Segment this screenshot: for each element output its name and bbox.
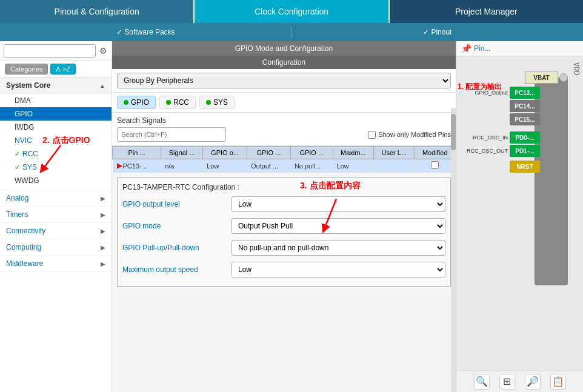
cell-modified — [415, 159, 456, 173]
gpio-tab-gpio[interactable]: GPIO — [117, 96, 156, 109]
gpio-dot — [124, 100, 128, 105]
section-middleware[interactable]: Middleware ▶ — [0, 256, 112, 272]
field-output-level-select[interactable]: Low — [232, 196, 445, 212]
table-row[interactable]: ▶ PC13-... n/a Low Output ... — [113, 159, 456, 173]
col-gpio-output: GPIO o... — [203, 147, 247, 159]
chevron-right-icon-conn: ▶ — [101, 228, 105, 234]
chevron-right-icon-comp: ▶ — [101, 244, 105, 251]
search-signals-label: Search Signals — [117, 116, 451, 125]
sidebar-item-gpio[interactable]: GPIO — [0, 107, 112, 121]
pin-pd0[interactable]: PD0-... — [510, 131, 540, 144]
settings-icon[interactable]: ⚙ — [98, 45, 108, 57]
sidebar-item-wwdg[interactable]: WWDG — [0, 174, 112, 187]
sidebar-item-iwdg[interactable]: IWDG — [0, 121, 112, 134]
right-panel: 📌 Pin... VDD VBAT — [456, 41, 583, 392]
sys-dot — [206, 100, 211, 105]
zoom-in-icon: 🔍 — [476, 376, 488, 387]
field-gpio-mode-label: GPIO mode — [122, 222, 232, 230]
chevron-right-icon-mid: ▶ — [101, 261, 105, 267]
rcc-dot — [166, 100, 171, 105]
col-gpio-mode: GPIO ... — [247, 147, 290, 159]
rcc-osc-in-label: RCC_OSC_IN — [459, 135, 508, 141]
pinout-bar[interactable]: 📌 Pin... — [456, 41, 583, 56]
section-computing[interactable]: Computing ▶ — [0, 239, 112, 256]
modified-checkbox[interactable] — [431, 161, 439, 169]
section-system-core[interactable]: System Core ▲ — [0, 78, 112, 94]
show-modified-checkbox[interactable] — [368, 131, 376, 139]
field-max-speed-label: Maximum output speed — [122, 265, 232, 274]
config-section-title: PC13-TAMPER-RTC Configuration : — [122, 183, 445, 191]
sidebar: ⚙ Categories A->Z System Core ▲ DMA GPIO — [0, 41, 112, 392]
chevron-up-icon: ▲ — [99, 82, 105, 89]
config-subtitle: Configuration — [112, 56, 456, 69]
col-pin: Pin ... — [113, 147, 161, 159]
field-pullup-select[interactable]: No pull-up and no pull-down — [232, 240, 445, 256]
nav-pinout[interactable]: Pinout & Configuration — [0, 0, 195, 23]
export-icon: 📋 — [552, 376, 564, 387]
field-output-level-label: GPIO output level — [122, 200, 232, 208]
check-icon-rcc: ✓ — [15, 150, 20, 158]
col-modified: Modified — [415, 147, 456, 159]
vbat-circle — [559, 73, 568, 82]
sidebar-item-dma[interactable]: DMA — [0, 94, 112, 107]
gpio-tab-sys[interactable]: SYS — [199, 96, 235, 109]
gpio-tab-rcc[interactable]: RCC — [159, 96, 196, 109]
pin-pc13[interactable]: PC13... — [510, 87, 540, 99]
group-by-select[interactable]: Group By Peripherals — [117, 73, 451, 88]
row-arrow-icon: ▶ — [117, 162, 122, 170]
cell-max-speed: Low — [333, 159, 373, 173]
pin-pc14[interactable]: PC14... — [510, 100, 540, 112]
export-button[interactable]: 📋 — [550, 374, 566, 390]
pin-pd1[interactable]: PD1-... — [510, 145, 540, 157]
pin-nrst[interactable]: NRST — [510, 161, 540, 173]
nav-project[interactable]: Project Manager — [390, 0, 583, 23]
col-max-speed: Maxim... — [333, 147, 373, 159]
chevron-right-icon-timers: ▶ — [101, 211, 105, 218]
sidebar-item-rcc[interactable]: ✓ RCC — [0, 147, 112, 161]
section-timers[interactable]: Timers ▶ — [0, 207, 112, 223]
sidebar-item-nvic[interactable]: NVIC — [0, 134, 112, 147]
fit-screen-icon: ⊞ — [503, 376, 511, 387]
check-icon-sys: ✓ — [15, 164, 20, 171]
tab-categories[interactable]: Categories — [5, 64, 48, 75]
nav-clock[interactable]: Clock Configuration — [195, 0, 389, 23]
show-modified-label: Show only Modified Pins — [378, 131, 451, 138]
cell-signal: n/a — [161, 159, 203, 173]
tab-az[interactable]: A->Z — [50, 64, 76, 75]
cell-gpio-output: Low — [203, 159, 247, 173]
nav-pinout-sub[interactable]: ✓ Pinout — [292, 28, 584, 36]
field-max-speed-select[interactable]: Low — [232, 262, 445, 277]
field-pullup-label: GPIO Pull-up/Pull-down — [122, 244, 232, 252]
nav-software-packs[interactable]: ✓ Software Packs — [0, 28, 292, 36]
col-gpio-pull: GPIO ... — [290, 147, 333, 159]
col-signal: Signal ... — [161, 147, 203, 159]
center-panel: GPIO Mode and Configuration Configuratio… — [112, 41, 456, 392]
pin-icon: 📌 — [461, 44, 471, 53]
field-gpio-mode-select[interactable]: Output Push Pull — [232, 218, 445, 234]
zoom-out-button[interactable]: 🔎 — [525, 374, 541, 390]
chevron-right-icon: ▶ — [101, 195, 105, 202]
col-user-label: User L... — [374, 147, 415, 159]
cell-gpio-pull: No pull... — [290, 159, 333, 173]
rcc-osc-out-label: RCC_OSC_OUT — [459, 148, 508, 154]
section-system-core-label: System Core — [6, 81, 50, 90]
gpio-panel-title: GPIO Mode and Configuration — [112, 41, 456, 56]
bottom-toolbar: 🔍 ⊞ 🔎 📋 — [456, 370, 583, 392]
sidebar-item-sys[interactable]: ✓ SYS — [0, 161, 112, 174]
signal-table: Pin ... Signal ... GPIO o... GPIO ... GP — [112, 146, 456, 173]
zoom-out-icon: 🔎 — [527, 376, 539, 387]
search-signals-input[interactable] — [117, 127, 226, 142]
cell-gpio-mode: Output ... — [247, 159, 290, 173]
section-analog[interactable]: Analog ▶ — [0, 190, 112, 207]
sidebar-search-input[interactable] — [4, 44, 96, 58]
cell-user-label — [374, 159, 415, 173]
section-connectivity[interactable]: Connectivity ▶ — [0, 223, 112, 239]
annotation-step1: 1. 配置为输出 — [458, 82, 502, 92]
vbat-box: VBAT — [525, 71, 558, 84]
fit-screen-button[interactable]: ⊞ — [499, 374, 515, 390]
vdd-label: VDD — [573, 62, 580, 75]
zoom-in-button[interactable]: 🔍 — [474, 374, 490, 390]
pin-pc15[interactable]: PC15... — [510, 113, 540, 125]
